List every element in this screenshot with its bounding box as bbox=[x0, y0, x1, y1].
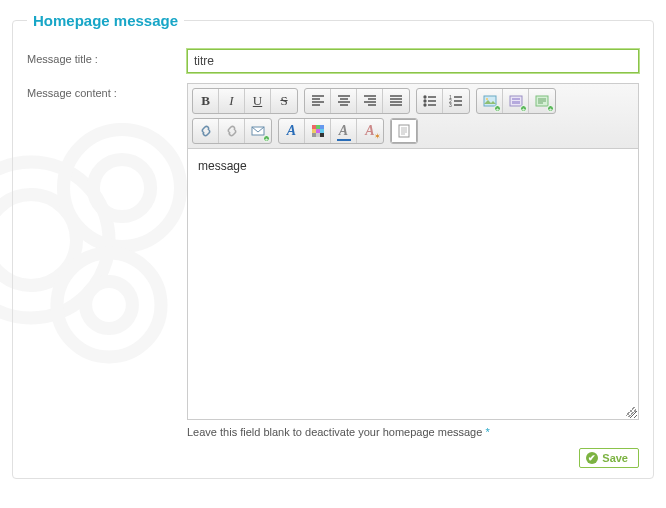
align-right-button[interactable] bbox=[357, 89, 383, 113]
svg-point-22 bbox=[424, 96, 426, 98]
message-title-label: Message title : bbox=[27, 49, 187, 65]
homepage-message-fieldset: Homepage message Message title : Message… bbox=[12, 12, 654, 479]
svg-rect-34 bbox=[484, 96, 496, 106]
content-hint: Leave this field blank to deactivate you… bbox=[187, 426, 639, 438]
resize-grip-icon[interactable] bbox=[626, 407, 636, 417]
clear-formatting-button[interactable]: A ✶ bbox=[357, 119, 383, 143]
svg-text:3: 3 bbox=[449, 102, 452, 108]
svg-rect-44 bbox=[312, 129, 316, 133]
required-star-icon: * bbox=[485, 426, 489, 438]
svg-rect-43 bbox=[320, 125, 324, 129]
underline-button[interactable]: U bbox=[245, 89, 271, 113]
svg-point-35 bbox=[486, 98, 488, 100]
unordered-list-button[interactable] bbox=[417, 89, 443, 113]
rich-text-editor: B I U S bbox=[187, 83, 639, 420]
svg-rect-50 bbox=[399, 125, 409, 137]
svg-rect-46 bbox=[320, 129, 324, 133]
insert-file-button[interactable]: + bbox=[529, 89, 555, 113]
link-button[interactable] bbox=[193, 119, 219, 143]
svg-rect-38 bbox=[512, 101, 520, 104]
text-color-button[interactable]: A bbox=[331, 119, 357, 143]
align-left-button[interactable] bbox=[305, 89, 331, 113]
message-content-label: Message content : bbox=[27, 83, 187, 99]
svg-rect-41 bbox=[312, 125, 316, 129]
fieldset-legend: Homepage message bbox=[27, 12, 184, 29]
insert-media-button[interactable]: + bbox=[503, 89, 529, 113]
email-link-button[interactable]: + bbox=[245, 119, 271, 143]
save-button[interactable]: ✔ Save bbox=[579, 448, 639, 468]
svg-point-26 bbox=[424, 104, 426, 106]
italic-button[interactable]: I bbox=[219, 89, 245, 113]
message-content-area[interactable]: message bbox=[188, 149, 638, 419]
font-color-button[interactable] bbox=[305, 119, 331, 143]
check-icon: ✔ bbox=[586, 452, 598, 464]
align-center-button[interactable] bbox=[331, 89, 357, 113]
source-button[interactable] bbox=[391, 119, 417, 143]
bold-button[interactable]: B bbox=[193, 89, 219, 113]
svg-rect-49 bbox=[320, 133, 324, 137]
save-button-label: Save bbox=[602, 452, 628, 464]
svg-rect-45 bbox=[316, 129, 320, 133]
insert-image-button[interactable]: + bbox=[477, 89, 503, 113]
editor-toolbar: B I U S bbox=[188, 84, 638, 149]
ordered-list-button[interactable]: 123 bbox=[443, 89, 469, 113]
align-justify-button[interactable] bbox=[383, 89, 409, 113]
hint-text: Leave this field blank to deactivate you… bbox=[187, 426, 482, 438]
strikethrough-button[interactable]: S bbox=[271, 89, 297, 113]
font-family-button[interactable]: A bbox=[279, 119, 305, 143]
svg-rect-47 bbox=[312, 133, 316, 137]
svg-rect-37 bbox=[512, 98, 520, 100]
unlink-button[interactable] bbox=[219, 119, 245, 143]
message-title-input[interactable] bbox=[187, 49, 639, 73]
svg-point-24 bbox=[424, 100, 426, 102]
svg-rect-42 bbox=[316, 125, 320, 129]
svg-rect-48 bbox=[316, 133, 320, 137]
